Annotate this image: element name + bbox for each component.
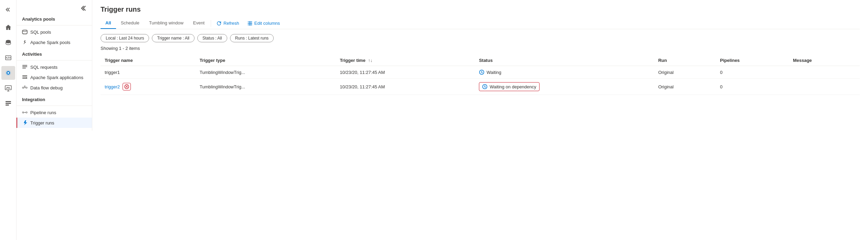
section-integration: Integration	[17, 93, 92, 104]
trigger1-time: 10/23/20, 11:27:45 AM	[340, 70, 385, 75]
dataflow-debug-label: Data flow debug	[30, 85, 63, 90]
tab-event[interactable]: Event	[188, 18, 209, 29]
filter-trigger-name[interactable]: Trigger name : All	[152, 34, 195, 42]
svg-rect-15	[22, 77, 27, 77]
tab-all[interactable]: All	[101, 18, 116, 29]
trigger1-type-cell: TumblingWindowTrig...	[196, 66, 336, 79]
trigger2-name-cell: trigger2	[101, 79, 196, 95]
filter-runs[interactable]: Runs : Latest runs	[230, 34, 274, 42]
tab-schedule[interactable]: Schedule	[116, 18, 144, 29]
clock-icon	[479, 69, 484, 75]
sql-icon	[22, 29, 28, 35]
sidebar-item-sql-requests[interactable]: SQL requests	[17, 62, 92, 72]
trigger-runs-label: Trigger runs	[30, 120, 54, 126]
sql-pools-label: SQL pools	[30, 30, 51, 35]
sidebar-item-dataflow-debug[interactable]: Data flow debug	[17, 83, 92, 93]
trigger2-status-text: Waiting on dependency	[490, 84, 536, 89]
sidebar: Analytics pools SQL pools Apache Spark p…	[17, 0, 92, 240]
svg-point-20	[22, 112, 24, 113]
svg-rect-14	[22, 75, 27, 76]
svg-point-17	[22, 87, 24, 88]
trigger-runs-table: Trigger name Trigger type Trigger time ↑…	[101, 55, 860, 95]
filter-status[interactable]: Status : All	[197, 34, 227, 42]
svg-point-4	[7, 72, 9, 74]
trigger2-run-cell: Original	[654, 79, 716, 95]
refresh-icon	[217, 21, 221, 26]
refresh-button[interactable]: Refresh	[212, 18, 243, 29]
col-trigger-time: Trigger time ↑↓	[336, 55, 475, 66]
trigger1-run-cell: Original	[654, 66, 716, 79]
dataflow-icon	[22, 85, 28, 90]
sidebar-item-pipeline-runs[interactable]: Pipeline runs	[17, 107, 92, 118]
trigger2-status-outlined: Waiting on dependency	[479, 82, 539, 91]
spark-app-icon	[22, 75, 28, 80]
svg-rect-8	[6, 105, 9, 106]
sidebar-item-spark-apps[interactable]: Apache Spark applications	[17, 72, 92, 83]
sidebar-collapse-button[interactable]	[1, 3, 15, 17]
svg-point-19	[24, 86, 25, 87]
trigger1-pipelines-cell: 0	[716, 66, 789, 79]
svg-rect-5	[5, 86, 11, 90]
sidebar-item-trigger-runs[interactable]: Trigger runs	[17, 118, 92, 128]
sidebar-collapse-inner-button[interactable]	[80, 4, 89, 12]
pipeline-icon	[22, 110, 28, 115]
trigger2-type-cell: TumblingWindowTrig...	[196, 79, 336, 95]
svg-rect-11	[22, 65, 27, 66]
col-trigger-name: Trigger name	[101, 55, 196, 66]
trigger1-status-text: Waiting	[487, 70, 501, 75]
trigger2-pipelines-cell: 0	[716, 79, 789, 95]
nav-manage[interactable]	[1, 96, 15, 110]
sort-icon[interactable]: ↑↓	[368, 58, 373, 63]
nav-develop[interactable]	[1, 51, 15, 65]
edit-columns-button[interactable]: Edit columns	[243, 18, 284, 29]
pipeline-runs-label: Pipeline runs	[30, 110, 56, 115]
spark-icon	[22, 40, 28, 45]
trigger2-cancel-icon-wrapper[interactable]	[123, 83, 131, 90]
svg-rect-6	[6, 101, 11, 102]
trigger2-time-cell: 10/23/20, 11:27:45 AM	[336, 79, 475, 95]
sidebar-item-sql-pools[interactable]: SQL pools	[17, 27, 92, 37]
trigger1-time-cell: 10/23/20, 11:27:45 AM	[336, 66, 475, 79]
edit-columns-label: Edit columns	[254, 21, 280, 26]
filter-bar: Local : Last 24 hours Trigger name : All…	[101, 34, 860, 42]
nav-data[interactable]	[1, 36, 15, 50]
nav-monitor[interactable]	[1, 81, 15, 95]
sql-req-icon	[22, 64, 28, 70]
sidebar-item-spark-pools[interactable]: Apache Spark pools	[17, 37, 92, 47]
trigger2-type: TumblingWindowTrig...	[200, 84, 245, 89]
spark-apps-label: Apache Spark applications	[30, 75, 83, 80]
columns-icon	[248, 21, 252, 26]
svg-rect-13	[22, 68, 26, 68]
col-run: Run	[654, 55, 716, 66]
trigger2-status-cell: Waiting on dependency	[475, 79, 654, 95]
trigger1-status-cell: Waiting	[475, 66, 654, 79]
cancel-icon	[124, 84, 129, 89]
trigger1-name: trigger1	[105, 70, 120, 75]
table-container: Trigger name Trigger type Trigger time ↑…	[101, 55, 860, 95]
main-content: Trigger runs All Schedule Tumbling windo…	[92, 0, 868, 240]
col-status: Status	[475, 55, 654, 66]
nav-home[interactable]	[1, 21, 15, 34]
tab-divider	[211, 20, 211, 27]
svg-rect-12	[22, 66, 27, 67]
page-title: Trigger runs	[101, 6, 860, 13]
col-pipelines: Pipelines	[716, 55, 789, 66]
refresh-label: Refresh	[223, 21, 239, 26]
trigger2-message-cell	[789, 79, 860, 95]
trigger2-name[interactable]: trigger2	[105, 84, 120, 89]
spark-pools-label: Apache Spark pools	[30, 40, 70, 45]
tab-tumbling-window[interactable]: Tumbling window	[144, 18, 188, 29]
svg-point-21	[26, 112, 27, 113]
tab-bar: All Schedule Tumbling window Event Refre…	[101, 18, 860, 29]
nav-integrate[interactable]	[1, 66, 15, 80]
section-activities: Activities	[17, 47, 92, 59]
table-row: trigger1 TumblingWindowTrig... 10/23/20,…	[101, 66, 860, 79]
trigger1-message-cell	[789, 66, 860, 79]
col-message: Message	[789, 55, 860, 66]
trigger2-time: 10/23/20, 11:27:45 AM	[340, 84, 385, 89]
trigger-icon	[22, 120, 28, 126]
trigger1-name-cell: trigger1	[101, 66, 196, 79]
svg-point-18	[26, 87, 27, 88]
filter-time[interactable]: Local : Last 24 hours	[101, 34, 149, 42]
icon-bar	[0, 0, 17, 240]
